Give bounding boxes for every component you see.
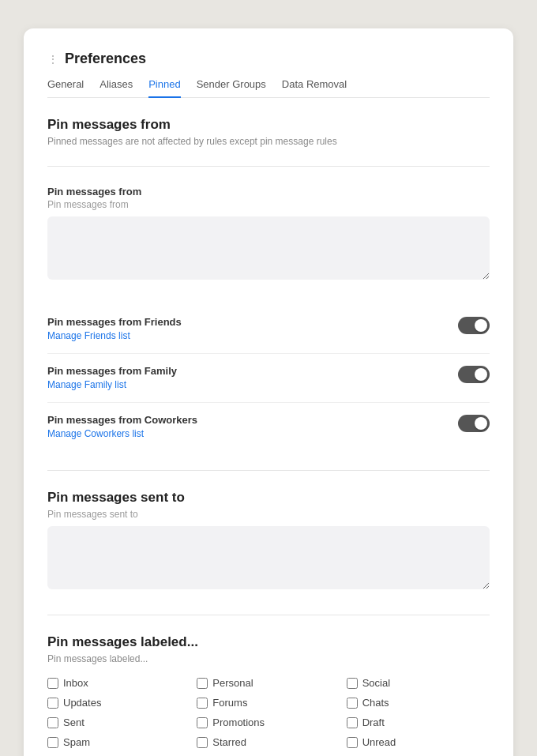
manage-coworkers-link[interactable]: Manage Coworkers list: [47, 428, 144, 439]
checkbox-social-label: Social: [362, 677, 390, 689]
checkbox-personal-label: Personal: [212, 677, 253, 689]
checkbox-spam-label: Spam: [63, 736, 90, 748]
pin-sent-to-section: Pin messages sent to Pin messages sent t…: [47, 490, 490, 592]
pin-from-subtitle: Pinned messages are not affected by rule…: [47, 136, 490, 147]
checkbox-forums[interactable]: Forums: [197, 697, 340, 709]
pin-labeled-subtitle: Pin messages labeled...: [47, 653, 490, 664]
checkbox-draft-label: Draft: [362, 717, 385, 728]
checkbox-personal[interactable]: Personal: [197, 677, 340, 689]
card-header: ⋮ Preferences: [47, 51, 490, 67]
tab-aliases[interactable]: Aliases: [100, 78, 133, 98]
coworkers-content: Pin messages from Coworkers Manage Cowor…: [47, 414, 197, 440]
family-content: Pin messages from Family Manage Family l…: [47, 365, 177, 391]
checkbox-starred[interactable]: Starred: [197, 736, 340, 748]
family-toggle-track: [458, 366, 490, 383]
checkbox-personal-input[interactable]: [197, 678, 208, 689]
family-toggle-thumb: [475, 368, 487, 381]
drag-icon: ⋮: [47, 53, 58, 66]
section-divider-2: [47, 470, 490, 471]
friends-toggle[interactable]: [458, 317, 490, 334]
tabs-bar: General Aliases Pinned Sender Groups Dat…: [47, 78, 490, 98]
pin-from-textarea[interactable]: [47, 216, 490, 280]
checkbox-updates[interactable]: Updates: [47, 697, 190, 709]
checkbox-social-input[interactable]: [347, 678, 358, 689]
tab-sender-groups[interactable]: Sender Groups: [197, 78, 266, 98]
tab-pinned[interactable]: Pinned: [148, 78, 180, 98]
divider: [47, 166, 490, 167]
checkbox-inbox-input[interactable]: [47, 678, 58, 689]
pin-labeled-title: Pin messages labeled...: [47, 634, 490, 650]
family-toggle[interactable]: [458, 366, 490, 383]
tab-general[interactable]: General: [47, 78, 84, 98]
pin-labeled-section: Pin messages labeled... Pin messages lab…: [47, 634, 490, 756]
friends-toggle-thumb: [475, 319, 487, 332]
checkbox-social[interactable]: Social: [347, 677, 490, 689]
checkbox-unread-input[interactable]: [347, 737, 358, 748]
checkbox-updates-label: Updates: [63, 697, 101, 709]
checkbox-promotions-input[interactable]: [197, 717, 208, 728]
coworkers-toggle-track: [458, 415, 490, 432]
checkbox-chats[interactable]: Chats: [347, 697, 490, 709]
checkboxes-grid: Inbox Personal Social Updates Forums Cha…: [47, 677, 490, 756]
toggle-row-family: Pin messages from Family Manage Family l…: [47, 353, 490, 402]
checkbox-draft[interactable]: Draft: [347, 717, 490, 728]
checkbox-promotions[interactable]: Promotions: [197, 717, 340, 728]
checkbox-starred-input[interactable]: [197, 737, 208, 748]
checkbox-draft-input[interactable]: [347, 717, 358, 728]
checkbox-spam-input[interactable]: [47, 737, 58, 748]
checkbox-sent-label: Sent: [63, 717, 84, 728]
checkbox-spam[interactable]: Spam: [47, 736, 190, 748]
checkbox-forums-label: Forums: [212, 697, 247, 709]
pin-messages-from-section: Pin messages from Pinned messages are no…: [47, 117, 490, 283]
checkbox-updates-input[interactable]: [47, 698, 58, 709]
friends-toggle-track: [458, 317, 490, 334]
tab-data-removal[interactable]: Data Removal: [282, 78, 347, 98]
checkbox-promotions-label: Promotions: [212, 717, 265, 728]
checkbox-chats-label: Chats: [362, 697, 389, 709]
preferences-card: ⋮ Preferences General Aliases Pinned Sen…: [24, 28, 513, 756]
manage-family-link[interactable]: Manage Family list: [47, 379, 126, 390]
friends-content: Pin messages from Friends Manage Friends…: [47, 316, 182, 342]
coworkers-title: Pin messages from Coworkers: [47, 414, 197, 426]
checkbox-sent-input[interactable]: [47, 717, 58, 728]
toggle-rows-container: Pin messages from Friends Manage Friends…: [47, 305, 490, 451]
coworkers-toggle-thumb: [475, 417, 487, 430]
checkbox-unread-label: Unread: [362, 736, 396, 748]
pin-sent-to-hint: Pin messages sent to: [47, 509, 490, 520]
checkbox-inbox[interactable]: Inbox: [47, 677, 190, 689]
checkbox-forums-input[interactable]: [197, 698, 208, 709]
section-divider-3: [47, 615, 490, 615]
pin-sent-to-title: Pin messages sent to: [47, 490, 490, 506]
pin-sent-to-textarea[interactable]: [47, 526, 490, 589]
checkbox-inbox-label: Inbox: [63, 677, 88, 689]
pin-from-field-hint: Pin messages from: [47, 199, 490, 210]
toggle-row-friends: Pin messages from Friends Manage Friends…: [47, 305, 490, 353]
coworkers-toggle[interactable]: [458, 415, 490, 432]
pin-from-title: Pin messages from: [47, 117, 490, 133]
checkbox-chats-input[interactable]: [347, 698, 358, 709]
pin-from-field-label: Pin messages from: [47, 186, 490, 197]
manage-friends-link[interactable]: Manage Friends list: [47, 330, 130, 341]
card-title: Preferences: [65, 51, 146, 67]
checkbox-unread[interactable]: Unread: [347, 736, 490, 748]
checkbox-sent[interactable]: Sent: [47, 717, 190, 728]
toggle-row-coworkers: Pin messages from Coworkers Manage Cowor…: [47, 402, 490, 451]
checkbox-starred-label: Starred: [212, 736, 246, 748]
friends-title: Pin messages from Friends: [47, 316, 182, 328]
family-title: Pin messages from Family: [47, 365, 177, 377]
